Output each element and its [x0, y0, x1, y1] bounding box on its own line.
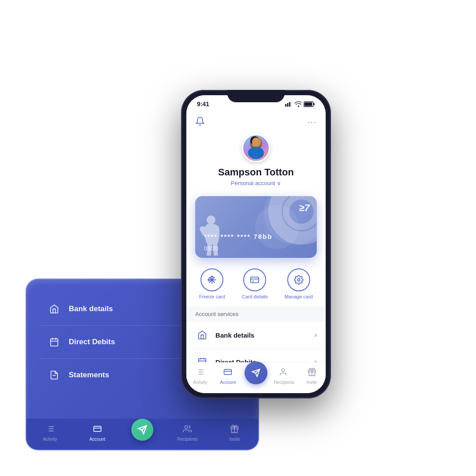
- signal-icon: [285, 101, 292, 107]
- profile-section: Sampson Totton Personal account ∨: [186, 130, 326, 193]
- wifi-icon: [294, 101, 301, 107]
- card-details-icon-circle: [243, 268, 266, 291]
- card-logo: ≥7: [299, 202, 309, 214]
- overlay-activity-icon: [46, 424, 55, 435]
- user-name: Sampson Totton: [195, 167, 317, 178]
- overlay-bottom-nav: Activity Account Recipients: [26, 419, 258, 450]
- manage-card-label: Manage card: [285, 294, 313, 299]
- account-services-title: Account services: [195, 311, 317, 317]
- svg-point-21: [298, 106, 299, 107]
- overlay-bank-icon: [47, 301, 62, 316]
- activity-nav-label: Activity: [193, 380, 207, 385]
- bell-button[interactable]: [195, 116, 205, 128]
- overlay-account-icon: [93, 424, 102, 435]
- overlay-statements-icon: [47, 368, 62, 383]
- bank-details-label: Bank details: [216, 331, 315, 339]
- phone-frame: 9:41: [181, 90, 331, 398]
- more-menu-button[interactable]: ···: [308, 118, 317, 127]
- overlay-invite-label: Invite: [229, 437, 240, 442]
- avatar-image: [243, 135, 269, 161]
- svg-point-29: [252, 138, 260, 146]
- account-type[interactable]: Personal account ∨: [195, 180, 317, 186]
- svg-rect-19: [289, 102, 290, 107]
- svg-rect-20: [291, 101, 292, 107]
- card-section: ≥7 **** **** **** 78bb 03/20: [186, 193, 326, 265]
- overlay-nav-activity[interactable]: Activity: [37, 424, 63, 442]
- send-nav-button[interactable]: [245, 361, 268, 384]
- status-time: 9:41: [197, 100, 209, 108]
- card-expiry: 03/20: [204, 245, 219, 252]
- overlay-send-button[interactable]: [131, 419, 153, 441]
- bottom-nav: Activity Account Recipients: [186, 362, 326, 393]
- app-content: ···: [186, 111, 326, 387]
- nav-recipients[interactable]: Recipients: [273, 368, 295, 385]
- overlay-nav-recipients[interactable]: Recipients: [174, 424, 201, 442]
- recipients-nav-label: Recipients: [274, 380, 294, 385]
- scene: ≥7 Bank details › Direct Debits ›: [0, 0, 476, 476]
- svg-point-27: [248, 147, 264, 159]
- recipients-nav-icon: [280, 368, 289, 379]
- manage-card-button[interactable]: Manage card: [285, 268, 313, 299]
- svg-point-59: [282, 369, 285, 372]
- svg-point-44: [298, 279, 300, 281]
- svg-point-32: [207, 216, 216, 224]
- overlay-recipients-label: Recipients: [177, 437, 198, 442]
- card-details-button[interactable]: Card details: [242, 268, 268, 299]
- overlay-nav-account[interactable]: Account: [84, 424, 111, 442]
- card-number: **** **** **** 78bb: [204, 233, 273, 240]
- nav-activity[interactable]: Activity: [189, 368, 211, 385]
- status-icons: [285, 101, 315, 107]
- card-details-label: Card details: [242, 294, 268, 299]
- overlay-recipients-icon: [183, 424, 192, 435]
- bank-details-icon: [195, 328, 209, 342]
- overlay-activity-label: Activity: [43, 437, 57, 442]
- svg-rect-23: [314, 103, 315, 105]
- svg-rect-17: [285, 104, 286, 107]
- svg-rect-11: [93, 426, 101, 431]
- account-nav-label: Account: [220, 380, 236, 385]
- card-action-buttons: Freeze card Card details: [186, 265, 326, 306]
- more-dots: ···: [308, 118, 317, 126]
- invite-nav-label: Invite: [306, 380, 317, 385]
- avatar: [242, 134, 270, 162]
- overlay-invite-icon: [230, 424, 239, 435]
- phone-notch: [227, 90, 285, 102]
- svg-point-15: [185, 425, 188, 428]
- freeze-card-button[interactable]: Freeze card: [199, 268, 225, 299]
- invite-nav-icon: [307, 368, 316, 379]
- service-bank-details[interactable]: Bank details ›: [186, 322, 326, 349]
- svg-rect-24: [304, 102, 312, 106]
- battery-icon: [304, 101, 315, 107]
- manage-card-icon-circle: [287, 268, 310, 291]
- freeze-label: Freeze card: [199, 294, 225, 299]
- nav-invite[interactable]: Invite: [301, 368, 323, 385]
- svg-rect-0: [51, 339, 58, 346]
- account-nav-icon: [223, 368, 232, 379]
- debit-card[interactable]: ≥7 **** **** **** 78bb 03/20: [195, 196, 317, 258]
- svg-rect-41: [251, 277, 259, 283]
- top-bar: ···: [186, 111, 326, 130]
- phone-screen: 9:41: [186, 95, 326, 393]
- nav-account[interactable]: Account: [217, 368, 239, 385]
- overlay-account-label: Account: [89, 437, 105, 442]
- svg-rect-18: [287, 103, 288, 107]
- account-chevron: ∨: [277, 180, 281, 186]
- overlay-nav-invite[interactable]: Invite: [221, 424, 248, 442]
- freeze-icon-circle: [201, 268, 223, 291]
- activity-nav-icon: [196, 368, 205, 379]
- bank-details-arrow: ›: [314, 331, 316, 339]
- overlay-direct-debits-icon: [47, 335, 62, 350]
- svg-rect-55: [224, 369, 232, 375]
